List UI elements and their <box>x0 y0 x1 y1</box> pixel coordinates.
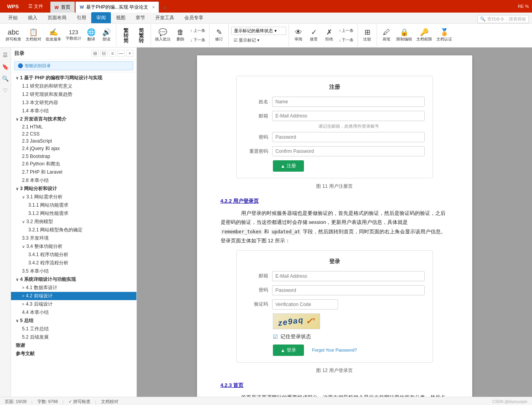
sidebar-ctrl-4[interactable]: — <box>118 50 125 57</box>
toc-item[interactable]: 3.4.1 程序功能分析 <box>11 251 136 259</box>
toc-item[interactable]: 2.7 PHP 和 Laravel <box>11 168 136 176</box>
tab-close-btn[interactable]: × <box>152 5 155 9</box>
tool-simp-to-trad[interactable]: 简繁转 <box>134 27 148 44</box>
ribbon-tab-dev[interactable]: 开发工具 <box>150 12 179 23</box>
toc-item[interactable]: ∨4 系统详细设计与功能实现 <box>11 275 136 284</box>
sidebar-ctrl-1[interactable]: ⊞ <box>92 50 99 57</box>
login-email-input[interactable] <box>272 271 425 281</box>
tool-track-changes[interactable]: ✎ 修订 <box>212 28 226 43</box>
ribbon-tab-start[interactable]: 开始 <box>3 12 23 23</box>
tool-review[interactable]: 👁 审阅 <box>291 28 306 43</box>
tab-doc[interactable]: W 基于PHP的编...实现 毕业论文 × <box>75 2 159 13</box>
tool-doc-check[interactable]: 📋 文档校对 <box>24 28 43 43</box>
toc-item[interactable]: 2.3 JavaScript <box>11 137 136 145</box>
remember-checkbox[interactable]: ☑ <box>273 332 278 342</box>
toc-item[interactable]: 1.2 研究现状和发展趋势 <box>11 90 136 99</box>
tool-pen[interactable]: 🖊 画笔 <box>379 28 394 43</box>
reg-password-input[interactable] <box>272 132 425 142</box>
ribbon-tab-review[interactable]: 审阅 <box>91 12 111 23</box>
toc-item[interactable]: ∨3 网站分析和设计 <box>11 185 136 193</box>
toc-item[interactable]: 5.1 工作总结 <box>11 325 136 333</box>
ribbon-search[interactable]: 🔍 查找命令，搜索模板 <box>477 15 532 23</box>
tool-insert-comment[interactable]: 💬 插入批注 <box>153 28 172 43</box>
tool-word-count[interactable]: 123 字数统计 <box>64 29 83 42</box>
toc-item[interactable]: ∨2 开发语言与技术简介 <box>11 115 136 123</box>
tool-next-comment[interactable]: ↓下一条 <box>189 36 207 44</box>
ribbon-tab-layout[interactable]: 页面布局 <box>42 12 72 23</box>
toc-item[interactable]: 致谢 <box>11 341 136 350</box>
toc-item[interactable]: 2.4 jQuery 和 ajax <box>11 145 136 153</box>
ribbon-tab-chapter[interactable]: 章节 <box>131 12 150 23</box>
sidebar-close-btn[interactable]: × <box>126 50 133 57</box>
doc-compare-status[interactable]: 文档校对 <box>101 399 118 405</box>
ribbon-tab-insert[interactable]: 插入 <box>23 12 42 23</box>
tool-trad-to-simp[interactable]: 繁转简 <box>119 27 133 44</box>
toc-item[interactable]: 2.2 CSS <box>11 130 136 137</box>
tool-delete-comment[interactable]: 🗑 删除 <box>173 28 188 43</box>
tool-prev-review[interactable]: ↑上一条 <box>337 26 355 35</box>
toc-item[interactable]: 5.2 后续发展 <box>11 333 136 341</box>
toc-item[interactable]: 参考文献 <box>11 350 136 358</box>
login-password-input[interactable] <box>272 285 425 295</box>
reg-submit-btn[interactable]: ▲ 注册 <box>273 160 304 172</box>
tool-doc-cert[interactable]: 🏅 文档认证 <box>435 28 454 43</box>
tool-read-aloud[interactable]: 🔊 朗读 <box>99 28 114 43</box>
toc-item[interactable]: 4.4 本章小结 <box>11 308 136 317</box>
toc-item[interactable]: ∨3.2 用例模型 <box>11 218 136 226</box>
tool-next-review[interactable]: ↓下一条 <box>337 36 355 44</box>
toc-item[interactable]: 3.3 开发环境 <box>11 234 136 242</box>
toc-item[interactable]: 1.4 本章小结 <box>11 107 136 115</box>
sidebar-ctrl-2[interactable]: ⊟ <box>100 50 107 57</box>
toc-item[interactable]: 1.3 本文研究内容 <box>11 99 136 107</box>
new-tab-btn[interactable]: + <box>160 4 170 13</box>
left-icon-bookmark[interactable]: 🔖 <box>1 62 10 71</box>
tool-doc-rights[interactable]: 🔑 文档权限 <box>415 28 434 43</box>
toc-item[interactable]: 3.1.2 网站性能需求 <box>11 209 136 218</box>
search-box[interactable]: 🔍 查找命令，搜索模板 <box>477 15 529 23</box>
forgot-password-link[interactable]: Forgot Your Password? <box>312 346 357 354</box>
left-icon-toc[interactable]: ☰ <box>1 51 10 59</box>
toc-item[interactable]: ∨5 总结 <box>11 317 136 325</box>
tool-group-comments: 💬 插入批注 🗑 删除 ↑上一条 ↓下一条 <box>151 24 210 46</box>
sidebar-ctrl-3[interactable]: ≡ <box>109 50 116 57</box>
toc-item[interactable]: ∨1 基于 PHP 的编程学习网站设计与实现 <box>11 74 136 82</box>
display-mode-dropdown[interactable]: 显示标记的最终状态 ▾ <box>231 27 286 35</box>
toc-item[interactable]: 2.1 HTML <box>11 123 136 130</box>
reg-name-input[interactable] <box>272 97 425 107</box>
spell-check-status[interactable]: ✓ 拼写检查 <box>68 399 90 405</box>
tool-correct-service[interactable]: ✍ 批改服务 <box>44 28 63 43</box>
left-icon-search[interactable]: 🔍 <box>1 74 10 83</box>
toc-item[interactable]: 1.1 研究目的和研究意义 <box>11 82 136 90</box>
left-icon-favorite[interactable]: ♡ <box>1 86 10 95</box>
menu-file[interactable]: ☰ 文件 <box>25 2 46 11</box>
toc-item[interactable]: 2.5 Bootstrap <box>11 153 136 160</box>
tool-spell-check[interactable]: abc 拼写检查 <box>4 28 23 43</box>
toc-item[interactable]: >4.3 后端设计 <box>11 300 136 308</box>
toc-item[interactable]: 3.4.2 程序流程分析 <box>11 259 136 267</box>
toc-item[interactable]: 3.2.1 网站模型角色的确定 <box>11 226 136 234</box>
ribbon-tab-member[interactable]: 会员专享 <box>179 12 208 23</box>
tool-prev-comment[interactable]: ↑上一条 <box>189 26 207 35</box>
toc-item[interactable]: ∨3.1 网站需求分析 <box>11 193 136 201</box>
smart-toc-btn[interactable]: 🔵 智能识别目录 <box>14 61 133 70</box>
toc-item[interactable]: 3.5 本章小结 <box>11 267 136 275</box>
toc-item[interactable]: 2.6 Python 和爬虫 <box>11 160 136 168</box>
reg-confirm-input[interactable] <box>272 146 425 156</box>
reg-email-input[interactable] <box>272 111 425 121</box>
tool-show-marks[interactable]: ☑ 显示标记 ▾ <box>231 37 262 44</box>
tool-translate[interactable]: 🌐 翻译 <box>84 28 98 43</box>
ribbon-tab-view[interactable]: 视图 <box>111 12 131 23</box>
login-submit-btn[interactable]: ▲ 登录 <box>273 345 304 356</box>
toc-item[interactable]: ∨3.4 整体功能分析 <box>11 242 136 251</box>
tool-accept[interactable]: ✓ 接受 <box>307 28 321 43</box>
toc-item[interactable]: 3.1.1 网站功能需求 <box>11 201 136 209</box>
toc-item[interactable]: 2.8 本章小结 <box>11 176 136 185</box>
login-captcha-input[interactable] <box>272 299 338 310</box>
tool-compare[interactable]: ⊞ 比较 <box>360 28 374 43</box>
toc-item-active[interactable]: >4.2 前端设计 <box>11 292 136 300</box>
ribbon-tab-ref[interactable]: 引用 <box>72 12 91 23</box>
toc-item[interactable]: >4.1 数据库设计 <box>11 284 136 292</box>
tab-home[interactable]: W 首页 <box>50 2 75 13</box>
tool-restrict[interactable]: 🔒 限制编辑 <box>395 28 414 43</box>
tool-reject[interactable]: ✗ 拒绝 <box>322 28 336 43</box>
